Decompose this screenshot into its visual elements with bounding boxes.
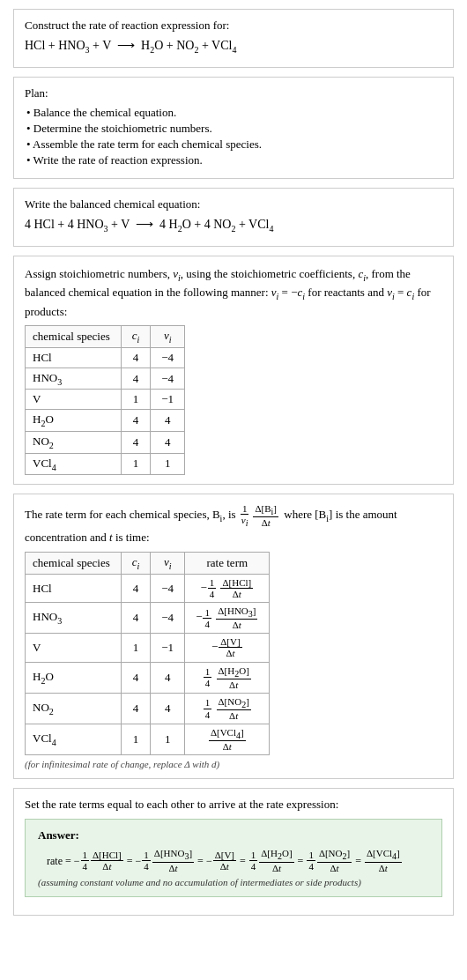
term-vcl4: Δ[VCl4]Δt: [364, 848, 403, 872]
rt-ci-hcl: 4: [121, 574, 151, 602]
rate-col-ci: ci: [121, 553, 151, 575]
answer-note: (assuming constant volume and no accumul…: [38, 877, 429, 887]
rate-term-table: chemical species ci νi rate term HCl 4 −…: [25, 552, 270, 755]
term-no2: 14 Δ[NO2]Δt: [306, 848, 352, 872]
rate-col-vi: νi: [151, 553, 185, 575]
rt-ci-hno3: 4: [121, 603, 151, 634]
species-no2: NO2: [26, 432, 122, 454]
delta-bi-fraction: Δ[Bi] Δt: [253, 503, 278, 528]
eq6: =: [355, 850, 361, 872]
rate-col-species: chemical species: [26, 553, 122, 575]
species-hcl: HCl: [26, 347, 122, 368]
eq5: =: [298, 850, 304, 872]
eq4: =: [240, 850, 246, 872]
plan-list: • Balance the chemical equation. • Deter…: [26, 106, 442, 167]
construct-label: Construct the rate of reaction expressio…: [25, 19, 442, 33]
balanced-equation: 4 HCl + 4 HNO3 + V ⟶ 4 H2O + 4 NO2 + VCl…: [25, 217, 442, 234]
rate-expression: rate = −14 Δ[HCl]Δt = −14 Δ[HNO3]Δt = −Δ…: [47, 848, 429, 872]
rt-term-h2o: 14 Δ[H2O]Δt: [185, 662, 270, 693]
table-row: HNO3 4 −4: [26, 368, 185, 390]
eq2: =: [127, 850, 133, 872]
table-row: NO2 4 4: [26, 432, 185, 454]
vi-hno3: −4: [151, 368, 185, 390]
species-hno3: HNO3: [26, 368, 122, 390]
vi-h2o: 4: [151, 410, 185, 432]
rt-species-vcl4: VCl4: [26, 724, 122, 755]
term-h2o: 14 Δ[H2O]Δt: [248, 848, 295, 872]
rate-table-footnote: (for infinitesimal rate of change, repla…: [25, 759, 442, 769]
assign-intro: Assign stoichiometric numbers, νi, using…: [25, 265, 442, 321]
ci-vcl4: 1: [121, 453, 151, 475]
rt-ci-v: 1: [121, 634, 151, 662]
table-row: HCl 4 −4: [26, 347, 185, 368]
rt-ci-vcl4: 1: [121, 724, 151, 755]
balanced-section: Write the balanced chemical equation: 4 …: [13, 188, 454, 247]
table-row: V 1 −1: [26, 390, 185, 410]
assign-section: Assign stoichiometric numbers, νi, using…: [13, 256, 454, 486]
rt-term-no2: 14 Δ[NO2]Δt: [185, 693, 270, 724]
species-h2o: H2O: [26, 410, 122, 432]
unbalanced-reaction: HCl + HNO3 + V ⟶ H2O + NO2 + VCl4: [25, 38, 442, 55]
set-label: Set the rate terms equal to each other t…: [25, 798, 442, 812]
rt-species-h2o: H2O: [26, 662, 122, 693]
table-row: H2O 4 4 14 Δ[H2O]Δt: [26, 662, 270, 693]
rate-col-term: rate term: [185, 553, 270, 575]
plan-step-1: • Balance the chemical equation.: [26, 106, 442, 120]
rate-fraction: 1 νi: [240, 503, 250, 528]
rt-vi-h2o: 4: [151, 662, 185, 693]
answer-box: Answer: rate = −14 Δ[HCl]Δt = −14 Δ[HNO3…: [25, 819, 442, 896]
term-v: −Δ[V]Δt: [206, 850, 237, 872]
species-v: V: [26, 390, 122, 410]
plan-title: Plan:: [25, 86, 442, 100]
ci-hcl: 4: [121, 347, 151, 368]
vi-v: −1: [151, 390, 185, 410]
header-section: Construct the rate of reaction expressio…: [13, 9, 454, 68]
rt-term-hno3: −14 Δ[HNO3]Δt: [185, 603, 270, 634]
rate-term-section: The rate term for each chemical species,…: [13, 494, 454, 779]
rt-vi-vcl4: 1: [151, 724, 185, 755]
stoich-table: chemical species ci νi HCl 4 −4 HNO3 4 −…: [25, 325, 185, 475]
vi-no2: 4: [151, 432, 185, 454]
table-row: NO2 4 4 14 Δ[NO2]Δt: [26, 693, 270, 724]
plan-step-2: • Determine the stoichiometric numbers.: [26, 122, 442, 136]
table-row: VCl4 1 1 Δ[VCl4]Δt: [26, 724, 270, 755]
rt-species-hcl: HCl: [26, 574, 122, 602]
rt-ci-no2: 4: [121, 693, 151, 724]
eq1: =: [65, 850, 71, 872]
col-species-header: chemical species: [26, 326, 122, 348]
table-row: H2O 4 4: [26, 410, 185, 432]
col-ci-header: ci: [121, 326, 151, 348]
rt-species-no2: NO2: [26, 693, 122, 724]
rt-vi-hno3: −4: [151, 603, 185, 634]
rt-vi-v: −1: [151, 634, 185, 662]
rate-label: rate: [47, 850, 63, 872]
rt-term-v: −Δ[V]Δt: [185, 634, 270, 662]
eq3: =: [197, 850, 204, 872]
ci-hno3: 4: [121, 368, 151, 390]
answer-title: Answer:: [38, 828, 429, 843]
vi-hcl: −4: [151, 347, 185, 368]
table-row: HCl 4 −4 −14 Δ[HCl]Δt: [26, 574, 270, 602]
plan-section: Plan: • Balance the chemical equation. •…: [13, 77, 454, 179]
term-hcl: −14 Δ[HCl]Δt: [74, 850, 124, 872]
rate-term-intro: The rate term for each chemical species,…: [25, 503, 442, 546]
table-row: VCl4 1 1: [26, 453, 185, 475]
plan-step-4: • Write the rate of reaction expression.: [26, 153, 442, 167]
rt-term-hcl: −14 Δ[HCl]Δt: [185, 574, 270, 602]
plan-step-3: • Assemble the rate term for each chemic…: [26, 137, 442, 152]
ci-v: 1: [121, 390, 151, 410]
vi-vcl4: 1: [151, 453, 185, 475]
ci-no2: 4: [121, 432, 151, 454]
table-row: HNO3 4 −4 −14 Δ[HNO3]Δt: [26, 603, 270, 634]
term-hno3: −14 Δ[HNO3]Δt: [136, 848, 196, 872]
rt-ci-h2o: 4: [121, 662, 151, 693]
col-vi-header: νi: [151, 326, 185, 348]
rt-term-vcl4: Δ[VCl4]Δt: [185, 724, 270, 755]
balanced-title: Write the balanced chemical equation:: [25, 197, 442, 212]
answer-section: Set the rate terms equal to each other t…: [13, 788, 454, 915]
rt-species-hno3: HNO3: [26, 603, 122, 634]
species-vcl4: VCl4: [26, 453, 122, 475]
rt-vi-hcl: −4: [151, 574, 185, 602]
rt-species-v: V: [26, 634, 122, 662]
table-row: V 1 −1 −Δ[V]Δt: [26, 634, 270, 662]
